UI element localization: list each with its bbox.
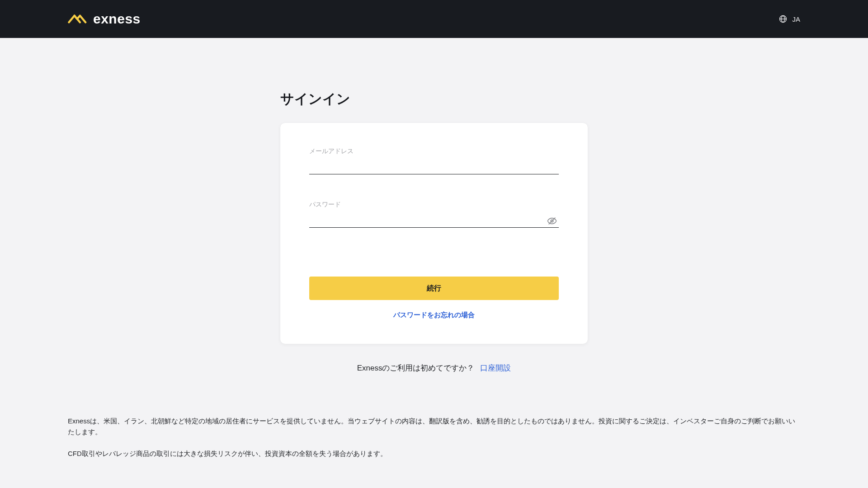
password-field-wrapper: パスワード <box>309 201 559 228</box>
continue-button[interactable]: 続行 <box>309 277 559 300</box>
brand-logo[interactable]: exness <box>68 11 141 27</box>
legal-disclaimer: Exnessは、米国、イラン、北朝鮮など特定の地域の居住者にサービスを提供してい… <box>0 377 868 488</box>
disclaimer-paragraph-2: CFD取引やレバレッジ商品の取引には大きな損失リスクが伴い、投資資本の全額を失う… <box>68 448 800 459</box>
app-header: exness JA <box>0 0 868 38</box>
email-underline <box>309 164 559 174</box>
brand-name: exness <box>93 11 141 27</box>
email-label: メールアドレス <box>309 147 559 155</box>
email-field-wrapper: メールアドレス <box>309 147 559 174</box>
page-title: サインイン <box>280 90 588 108</box>
signin-card: メールアドレス パスワード 続行 パスワードをお忘れ <box>280 123 588 344</box>
signup-prompt-row: Exnessのご利用は初めてですか？ 口座開設 <box>357 363 511 373</box>
password-underline <box>309 217 559 228</box>
toggle-password-visibility-button[interactable] <box>545 216 559 228</box>
exness-mark-icon <box>68 12 88 26</box>
form-actions: 続行 パスワードをお忘れの場合 <box>309 277 559 319</box>
password-label: パスワード <box>309 201 559 209</box>
main-content: サインイン メールアドレス パスワード 続行 <box>0 38 868 377</box>
signup-link[interactable]: 口座開設 <box>480 364 511 372</box>
disclaimer-paragraph-1: Exnessは、米国、イラン、北朝鮮など特定の地域の居住者にサービスを提供してい… <box>68 416 800 437</box>
visibility-off-icon <box>547 216 557 226</box>
language-selector[interactable]: JA <box>778 14 800 23</box>
globe-icon <box>778 14 788 23</box>
signup-prompt-text: Exnessのご利用は初めてですか？ <box>357 364 475 372</box>
email-input[interactable] <box>309 165 559 173</box>
forgot-password-link[interactable]: パスワードをお忘れの場合 <box>393 311 475 319</box>
language-code: JA <box>792 15 800 23</box>
password-input[interactable] <box>309 218 545 226</box>
